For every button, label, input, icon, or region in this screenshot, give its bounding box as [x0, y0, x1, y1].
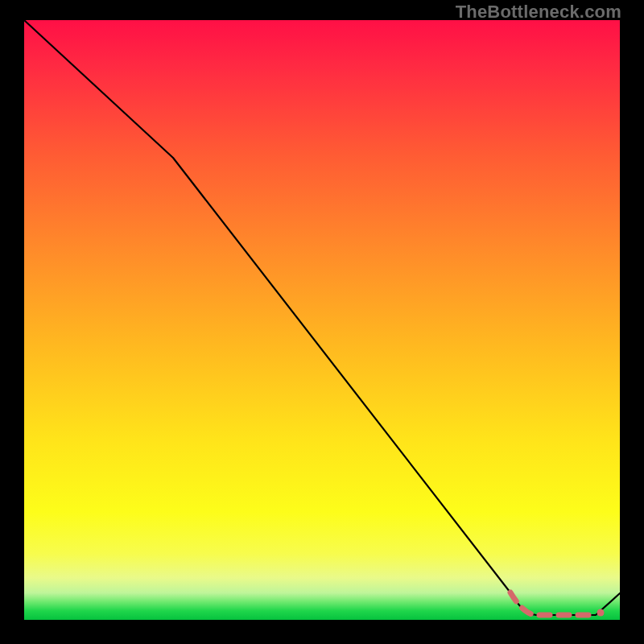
main-curve [24, 20, 620, 615]
plot-svg [24, 20, 620, 620]
chart-stage: TheBottleneck.com [0, 0, 644, 644]
highlight-end-dot [597, 609, 605, 617]
highlight-dash [510, 592, 592, 615]
plot-area [24, 20, 620, 620]
